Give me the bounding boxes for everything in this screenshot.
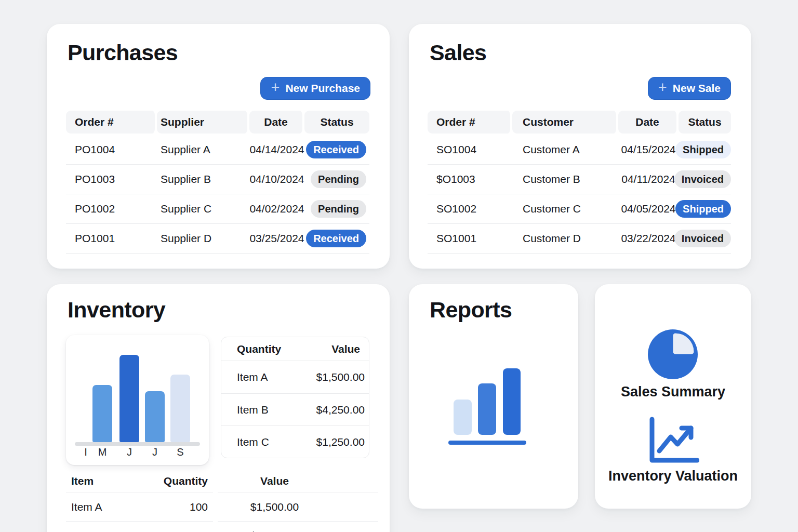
new-sale-button-label: New Sale <box>673 82 721 95</box>
stock-table-row[interactable]: Item B 170 $1,070.00 <box>66 522 378 532</box>
sale-table-row[interactable]: SO1001 Customer D 03/22/2024 Invoiced <box>428 224 731 254</box>
column-header-supplier: Supplier <box>157 111 249 134</box>
date-cell: 04/10/2024 <box>249 173 304 185</box>
plus-icon: + <box>658 80 667 95</box>
column-header-order: Order # <box>428 111 512 134</box>
chart-axis-label: J <box>119 446 140 458</box>
value-table-header: Quantity Value <box>221 337 369 361</box>
value-table-row[interactable]: Item B $4,250.00 <box>221 393 369 425</box>
purchases-table-header: Order # Supplier Date Status <box>66 111 369 134</box>
bar-chart-icon-bar-medium <box>478 383 496 435</box>
status-cell: Shipped <box>679 200 731 218</box>
order-number-cell: SO1004 <box>428 143 512 156</box>
supplier-cell: Supplier C <box>157 203 249 215</box>
column-header-date: Date <box>618 111 679 134</box>
column-header-item: Item <box>71 475 94 487</box>
sales-summary-label: Sales Summary <box>595 384 751 400</box>
plus-icon: + <box>271 80 280 95</box>
status-badge: Shipped <box>675 141 731 158</box>
status-cell: Shipped <box>679 141 731 158</box>
order-number-cell: PO1001 <box>66 232 157 245</box>
order-number-cell: SO1001 <box>428 232 512 245</box>
status-cell: Invoiced <box>679 230 731 247</box>
item-name: Item A <box>71 501 102 513</box>
status-cell: Invoiced <box>679 170 731 188</box>
item-name: Item B <box>71 529 103 532</box>
supplier-cell: Supplier B <box>157 173 249 185</box>
report-shortcuts-card: Sales Summary Inventory Valuation <box>595 284 751 509</box>
chart-bar <box>145 391 165 442</box>
date-cell: 03/22/2024 <box>618 232 679 245</box>
stock-table-row[interactable]: Item A 100 $1,500.00 <box>66 493 378 522</box>
customer-cell: Customer C <box>512 203 618 215</box>
value-table-row[interactable]: Item A $1,500.00 <box>221 361 369 393</box>
bar-chart-icon-bar-tall <box>503 368 521 435</box>
status-cell: Received <box>304 141 369 158</box>
column-header-order: Order # <box>66 111 157 134</box>
column-header-value: Value <box>331 343 360 355</box>
item-value: $1,500.00 <box>218 493 378 522</box>
stock-table-header: Item Quantity Value <box>66 469 378 493</box>
order-number-cell: PO1002 <box>66 203 157 215</box>
inventory-card: Inventory IMJJS Quantity Value Item A $1… <box>47 284 390 532</box>
sales-title: Sales <box>430 40 486 65</box>
column-header-status: Status <box>679 111 731 134</box>
purchase-table-row[interactable]: PO1002 Supplier C 04/02/2024 Pending <box>66 194 369 224</box>
inventory-stock-table: Item Quantity Value Item A 100 $1,500.00… <box>66 469 378 532</box>
order-number-cell: SO1002 <box>428 203 512 215</box>
bar-chart-icon-baseline <box>448 441 526 445</box>
chart-baseline <box>75 442 200 446</box>
item-quantity: 170 <box>190 529 208 532</box>
column-header-value: Value <box>218 469 378 493</box>
item-name: Item C <box>237 436 269 448</box>
column-header-customer: Customer <box>512 111 618 134</box>
inventory-mini-chart: IMJJS <box>66 335 209 465</box>
sale-table-row[interactable]: SO1004 Customer A 04/15/2024 Shipped <box>428 135 731 165</box>
status-badge: Invoiced <box>674 170 731 188</box>
date-cell: 04/02/2024 <box>249 203 304 215</box>
value-table-row[interactable]: Item C $1,250.00 <box>221 425 369 458</box>
purchase-table-row[interactable]: PO1004 Supplier A 04/14/2024 Received <box>66 135 369 165</box>
status-cell: Received <box>304 230 369 247</box>
chart-bar <box>92 385 112 442</box>
sale-table-row[interactable]: SO1002 Customer C 04/05/2024 Shipped <box>428 194 731 224</box>
inventory-value-table: Quantity Value Item A $1,500.00 Item B $… <box>221 337 369 458</box>
order-number-cell: PO1003 <box>66 173 157 185</box>
item-quantity: 100 <box>190 501 208 513</box>
customer-cell: Customer D <box>512 232 618 245</box>
date-cell: 03/25/2024 <box>249 232 304 245</box>
status-badge: Received <box>306 141 366 158</box>
inventory-valuation-label: Inventory Valuation <box>595 468 751 484</box>
chart-bar <box>170 375 190 442</box>
item-value: $1,250.00 <box>316 436 365 448</box>
column-header-date: Date <box>249 111 304 134</box>
item-name: Item A <box>237 371 268 383</box>
new-purchase-button-label: New Purchase <box>285 82 360 95</box>
purchase-table-row[interactable]: PO1001 Supplier D 03/25/2024 Received <box>66 224 369 254</box>
column-header-status: Status <box>304 111 369 134</box>
status-badge: Shipped <box>675 200 731 218</box>
purchase-table-row[interactable]: PO1003 Supplier B 04/10/2024 Pending <box>66 165 369 194</box>
new-purchase-button[interactable]: + New Purchase <box>260 77 370 100</box>
sales-table-body: SO1004 Customer A 04/15/2024 Shipped $O1… <box>428 135 731 254</box>
stock-table-body: Item A 100 $1,500.00 Item B 170 $1,070.0… <box>66 493 378 532</box>
supplier-cell: Supplier D <box>157 232 249 245</box>
status-cell: Pending <box>304 170 369 188</box>
item-value: $1,500.00 <box>316 371 365 383</box>
reports-card: Reports <box>409 284 578 509</box>
trend-line-icon <box>647 417 699 467</box>
inventory-valuation-shortcut[interactable] <box>595 417 751 469</box>
item-value: $4,250.00 <box>316 404 365 416</box>
new-sale-button[interactable]: + New Sale <box>648 77 731 100</box>
chart-axis-label: S <box>170 446 191 458</box>
column-header-quantity: Quantity <box>164 475 208 487</box>
status-cell: Pending <box>304 200 369 218</box>
sales-card: Sales + New Sale Order # Customer Date S… <box>409 24 751 269</box>
sale-table-row[interactable]: $O1003 Customer B 04/11/2024 Invoiced <box>428 165 731 194</box>
supplier-cell: Supplier A <box>157 143 249 156</box>
item-name: Item B <box>237 404 269 416</box>
pie-chart-icon <box>648 329 698 381</box>
status-badge: Received <box>306 230 366 247</box>
purchases-table-body: PO1004 Supplier A 04/14/2024 Received PO… <box>66 135 369 254</box>
status-badge: Pending <box>311 200 366 218</box>
